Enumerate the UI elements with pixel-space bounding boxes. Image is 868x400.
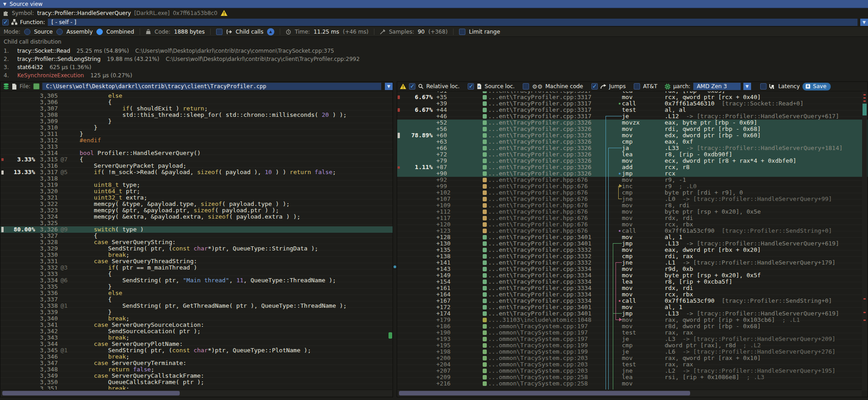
source-line-row[interactable]: 3,314bool Profiler::HandleServerQuery() [0,150,393,156]
asm-row[interactable]: +112...ent\TracyProfiler.hpp:676movbyte … [397,209,868,215]
limit-range-checkbox[interactable] [459,29,465,35]
collapse-triangle-icon[interactable]: ▼ [3,2,6,6]
source-line-row[interactable]: 3,319 uint8_t type; [0,182,393,188]
uarch-combo[interactable]: AMD Zen 3 [693,83,741,90]
asm-row[interactable]: +200...ommon\TracySystem.cpp:203movrax, … [397,355,868,361]
source-line-row[interactable]: 3,309 } [0,118,393,125]
source-line-row[interactable]: 3,350 QueueCallstackFrame( ptr ); [0,379,393,385]
source-line-row[interactable]: 3,313 [0,144,393,150]
asm-row[interactable]: +216...ommon\TracySystem.cpp:258mov [397,380,868,387]
source-line-row[interactable]: 3,328 case ServerQueryString: [0,239,393,245]
source-line-row[interactable]: 3,339 } [0,309,393,315]
source-scrollbar-thumb[interactable] [389,332,392,339]
asm-row[interactable]: +52...ent\TracyProfiler.cpp:3326movzxeax… [397,120,868,126]
mode-radio-source[interactable] [24,29,30,35]
pane-splitter[interactable] [393,81,397,397]
source-line-row[interactable]: 3,332@3 if( ptr == m_mainThread ) [0,265,393,271]
asm-row[interactable]: +186...ommon\TracySystem.cpp:197movr8d, … [397,323,868,330]
asm-row[interactable]: +63...ent\TracyProfiler.cpp:3326cmpeax, … [397,139,868,145]
asm-row[interactable]: +179....31103\include\atomic:1048movrax,… [397,317,868,323]
child-calls-checkbox[interactable] [216,29,222,35]
source-line-row[interactable]: 3,344 case ServerQueryPlotName: [0,341,393,347]
asm-row[interactable]: +135...ent\TracyProfiler.cpp:3332moveax,… [397,247,868,253]
asm-row[interactable]: 1.11%+87...ent\TracyProfiler.cpp:3326add… [397,164,868,170]
asm-row[interactable]: +66...ent\TracyProfiler.cpp:3326ja.L33 -… [397,145,868,151]
asm-row[interactable]: +209...ommon\TracySystem.cpp:258learsi, … [397,374,868,380]
source-line-row[interactable]: 3,318 [0,175,393,182]
asm-row[interactable]: +109...ent\TracyProfiler.hpp:676movr8, r… [397,202,868,209]
source-line-row[interactable]: 3,316 ServerQueryPacket payload; [0,163,393,169]
source-line-row[interactable]: 13.33%3,317@5 if( !m_sock->Read( &payloa… [0,169,393,175]
source-body[interactable]: 3,305 else3,306 {3,307 if( shouldExit ) … [0,91,393,390]
asm-row[interactable]: +195...ommon\TracySystem.cpp:199cmpdword… [397,342,868,349]
source-line-row[interactable]: 3,320 uint64_t ptr; [0,188,393,195]
assembly-vscrollbar-thumb[interactable] [863,104,867,115]
collapse-up-button[interactable]: ▲ [267,28,274,35]
asm-row[interactable]: 6.67%+35...ent\TracyProfiler.cpp:3317mov… [397,94,868,100]
source-line-row[interactable]: 3,341 case ServerQuerySourceLocation: [0,322,393,328]
assembly-body[interactable]: +31...ent\TracyProfiler.cpp:3317leardx, … [397,91,868,390]
window-titlebar[interactable]: ▼ Source view [0,0,868,8]
source-line-row[interactable]: 3,349 case ServerQueryCallstackFrame: [0,373,393,379]
source-line-row[interactable]: 3,330 break; [0,252,393,258]
asm-row[interactable]: +141...ent\TracyProfiler.cpp:3332jne.L1 … [397,260,868,266]
source-line-row[interactable]: 3,340 break; [0,315,393,322]
source-line-row[interactable]: 3,347 case ServerQueryTerminate: [0,360,393,366]
asm-row[interactable]: +207...ommon\TracySystem.cpp:203jne.L2 -… [397,368,868,374]
function-checkbox[interactable] [2,19,9,25]
source-line-row[interactable]: 3,331 case ServerQueryThreadString: [0,258,393,265]
asm-row[interactable]: +190...ommon\TracySystem.cpp:197testrax,… [397,330,868,336]
asm-row[interactable]: +123...ent\TracyProfiler.hpp:676call0x7f… [397,228,868,234]
asm-row[interactable]: 78.89%+60...ent\TracyProfiler.cpp:3326mo… [397,132,868,139]
source-line-row[interactable]: 3,307 if( shouldExit ) return; [0,105,393,112]
source-line-row[interactable]: 80.00%3,326@9 switch( type ) [0,226,393,233]
source-line-row[interactable]: 3,348 return false; [0,366,393,373]
source-hscrollbar[interactable] [1,390,392,396]
relative-loc-checkbox[interactable] [409,83,415,90]
file-path-combo[interactable]: C:\Users\wolf\Desktop\darkrl\contrib\tra… [42,83,381,90]
source-line-row[interactable]: 3,335 } [0,284,393,290]
source-line-row[interactable]: 3,329 SendString( ptr, (const char*)ptr,… [0,245,393,252]
asm-row[interactable]: +117...ent\TracyProfiler.hpp:676movrdx, … [397,215,868,221]
asm-row[interactable]: +149...ent\TracyProfiler.cpp:3334movbyte… [397,272,868,279]
asm-row[interactable]: +138...ent\TracyProfiler.cpp:3332cmprdi,… [397,253,868,260]
source-line-row[interactable]: 3,343 break; [0,335,393,341]
asm-row[interactable]: 6.67%+44...ent\TracyProfiler.cpp:3317tes… [397,107,868,113]
asm-row[interactable]: +107...ent\TracyProfiler.hpp:676jne.L0 -… [397,196,868,202]
jumps-checkbox[interactable] [591,83,598,90]
assembly-vscrollbar[interactable] [862,91,867,390]
uarch-combo-arrow[interactable]: ▼ [743,83,751,90]
asm-row[interactable]: +130...ent\TracyProfiler.cpp:3401jmp.L13… [397,240,868,247]
asm-row[interactable]: +193...ommon\TracySystem.cpp:197je.L3 ->… [397,336,868,342]
att-checkbox[interactable] [634,83,640,90]
asm-row[interactable]: +99...ent\TracyProfiler.hpp:676incr9 ; .… [397,183,868,190]
asm-row[interactable]: +56...ent\TracyProfiler.cpp:3326movrdi, … [397,126,868,132]
source-line-row[interactable]: 3,327 { [0,233,393,239]
source-line-row[interactable]: 3,345@1 SendString( ptr, (const char*)pt… [0,347,393,354]
source-line-row[interactable]: 3,310 } [0,125,393,131]
asm-row[interactable]: +128...ent\TracyProfiler.cpp:3401moval, … [397,234,868,240]
source-line-row[interactable]: 3,308 std::this_thread::sleep_for( std::… [0,112,393,118]
source-line-row[interactable]: 3,333 { [0,271,393,277]
asm-row[interactable]: +174...ent\TracyProfiler.cpp:3401jmp.L13… [397,310,868,317]
asm-row[interactable]: +120...ent\TracyProfiler.hpp:676movrcx, … [397,221,868,228]
asm-row[interactable]: +46...ent\TracyProfiler.cpp:3317je.L12 -… [397,113,868,120]
machine-code-checkbox[interactable] [523,83,529,90]
child-call-row[interactable]: 2.tracy::Profiler::SendLongString19.88 m… [4,55,868,63]
source-line-row[interactable]: 3,312#endif [0,137,393,144]
function-combo[interactable]: [ - self - ] [48,19,858,26]
source-line-row[interactable]: 3,325 [0,220,393,226]
asm-row[interactable]: +172...ent\TracyProfiler.cpp:3401moval, … [397,304,868,310]
asm-row[interactable]: +204...ommon\TracySystem.cpp:203testrax,… [397,361,868,368]
asm-row[interactable]: +161...ent\TracyProfiler.cpp:3334movrdx,… [397,285,868,291]
asm-row[interactable]: +164...ent\TracyProfiler.cpp:3334movrcx,… [397,291,868,298]
source-line-row[interactable]: 3.33%3,315@7{ [0,156,393,163]
source-line-row[interactable]: 3,342 SendSourceLocation( ptr ); [0,328,393,335]
source-line-row[interactable]: 3,337 { [0,296,393,303]
source-line-row[interactable]: 3,324 memcpy( &extra, &payload.extra, si… [0,214,393,220]
source-line-row[interactable]: 3,311} [0,131,393,137]
child-call-row[interactable]: 4.KeSynchronizeExecution125 µs (0.27%) [4,71,868,80]
function-combo-arrow[interactable]: ▼ [860,19,868,26]
source-line-row[interactable]: 3,306 { [0,99,393,105]
assembly-hscrollbar[interactable] [398,390,862,396]
